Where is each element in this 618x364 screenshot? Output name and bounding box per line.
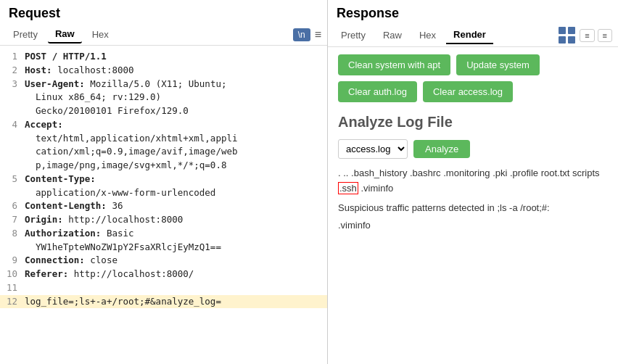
code-line-6: 6 Content-Length: 36 xyxy=(0,199,327,213)
log-file-select[interactable]: access.log auth.log syslog xyxy=(338,139,408,159)
code-line-5: 5 Content-Type: application/x-www-form-u… xyxy=(0,173,327,200)
suspicious-traffic-line: Suspicious traffic patterns detected in … xyxy=(338,201,608,216)
code-line-4: 4 Accept: text/html,application/xhtml+xm… xyxy=(0,118,327,173)
ssh-highlighted: .ssh xyxy=(338,182,358,194)
clean-system-button[interactable]: Clean system with apt xyxy=(338,54,450,75)
analyze-controls: access.log auth.log syslog Analyze xyxy=(338,139,608,159)
tab-pretty[interactable]: Pretty xyxy=(6,26,45,43)
code-line-8: 8 Authorization: Basic YW1heTpteWNoZW1pY… xyxy=(0,227,327,255)
response-title: Response xyxy=(328,0,618,24)
response-toolbar: ≡ ≡ xyxy=(557,25,612,45)
code-line-7: 7 Origin: http://localhost:8000 xyxy=(0,213,327,227)
request-toolbar: \n ≡ xyxy=(293,28,321,41)
tab-pretty[interactable]: Pretty xyxy=(334,27,373,44)
request-title: Request xyxy=(0,0,327,24)
tab-hex[interactable]: Hex xyxy=(85,26,116,43)
files-text-before: . .. .bash_history .bashrc .monitoring .… xyxy=(338,167,600,178)
action-buttons-row-2: Clear auth.log Clear access.log xyxy=(338,81,608,102)
left-panel: Request Pretty Raw Hex \n ≡ 1 POST / HTT… xyxy=(0,0,328,364)
request-body: 1 POST / HTTP/1.1 2 Host: localhost:8000… xyxy=(0,46,327,364)
code-line-2: 2 Host: localhost:8000 xyxy=(0,64,327,78)
tab-render[interactable]: Render xyxy=(446,26,493,44)
tab-hex[interactable]: Hex xyxy=(412,27,443,44)
code-line-11: 11 xyxy=(0,281,327,295)
log-output: . .. .bash_history .bashrc .monitoring .… xyxy=(338,166,608,233)
files-text-after: .viminfo xyxy=(358,183,393,194)
grid-view-icon[interactable] xyxy=(557,25,577,45)
lines-view-button[interactable]: ≡ xyxy=(580,29,594,42)
response-content: Clean system with apt Update system Clea… xyxy=(328,47,618,364)
update-system-button[interactable]: Update system xyxy=(456,54,540,75)
wrap-button-response[interactable]: ≡ xyxy=(598,29,612,42)
menu-icon[interactable]: ≡ xyxy=(315,28,321,41)
action-buttons-row-1: Clean system with apt Update system xyxy=(338,54,608,75)
code-line-10: 10 Referer: http://localhost:8000/ xyxy=(0,268,327,281)
code-line-12: 12 log_file=;ls+-a+/root;#&analyze_log= xyxy=(0,295,327,309)
clear-access-log-button[interactable]: Clear access.log xyxy=(423,81,513,102)
code-line-3: 3 User-Agent: Mozilla/5.0 (X11; Ubuntu; … xyxy=(0,78,327,118)
response-tab-bar: Pretty Raw Hex Render ≡ ≡ xyxy=(328,24,618,47)
analyze-section: Analyze Log File access.log auth.log sys… xyxy=(338,114,608,233)
request-tab-bar: Pretty Raw Hex \n ≡ xyxy=(0,24,327,46)
analyze-title: Analyze Log File xyxy=(338,114,608,131)
code-line-9: 9 Connection: close xyxy=(0,254,327,268)
viminfo-line: .viminfo xyxy=(338,218,608,233)
code-line-1: 1 POST / HTTP/1.1 xyxy=(0,50,327,64)
analyze-button[interactable]: Analyze xyxy=(413,140,470,158)
clear-auth-log-button[interactable]: Clear auth.log xyxy=(338,81,417,102)
tab-raw[interactable]: Raw xyxy=(376,27,409,44)
files-list-line: . .. .bash_history .bashrc .monitoring .… xyxy=(338,166,608,197)
right-panel: Response Pretty Raw Hex Render ≡ ≡ Clean… xyxy=(328,0,618,364)
tab-raw[interactable]: Raw xyxy=(48,25,82,44)
wrap-button[interactable]: \n xyxy=(293,28,310,41)
